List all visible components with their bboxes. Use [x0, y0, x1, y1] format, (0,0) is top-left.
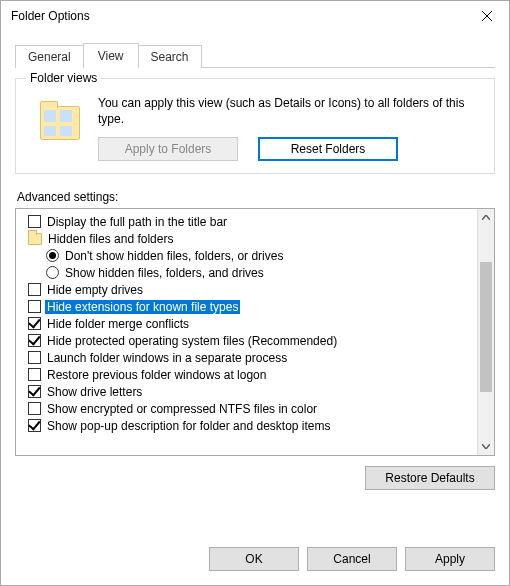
tree-item[interactable]: Show encrypted or compressed NTFS files … [28, 400, 475, 417]
tree-item-label: Hidden files and folders [46, 232, 175, 246]
checkbox[interactable] [28, 351, 41, 364]
scroll-up-button[interactable] [478, 209, 494, 226]
chevron-down-icon [482, 444, 490, 449]
close-button[interactable] [467, 2, 507, 30]
tree-item[interactable]: Restore previous folder windows at logon [28, 366, 475, 383]
tree-item-label: Launch folder windows in a separate proc… [45, 351, 289, 365]
advanced-settings-label: Advanced settings: [17, 190, 495, 204]
apply-button[interactable]: Apply [405, 547, 495, 571]
advanced-settings-tree: Display the full path in the title barHi… [15, 208, 495, 456]
scroll-track[interactable] [478, 226, 494, 438]
folder-views-group: Folder views You can apply this view (su… [15, 78, 495, 174]
checkbox[interactable] [28, 368, 41, 381]
checkbox[interactable] [28, 283, 41, 296]
checkbox[interactable] [28, 402, 41, 415]
folder-icon [28, 233, 42, 245]
view-panel: Folder views You can apply this view (su… [15, 78, 495, 537]
checkbox[interactable] [28, 317, 41, 330]
tree-item-label: Hide extensions for known file types [45, 300, 240, 314]
tree-item-label: Display the full path in the title bar [45, 215, 229, 229]
checkbox[interactable] [28, 385, 41, 398]
folder-views-desc: You can apply this view (such as Details… [98, 95, 482, 127]
tree-item[interactable]: Hidden files and folders [28, 230, 475, 247]
reset-folders-button[interactable]: Reset Folders [258, 137, 398, 161]
tree-item-label: Show drive letters [45, 385, 144, 399]
cancel-button[interactable]: Cancel [307, 547, 397, 571]
tree-item[interactable]: Launch folder windows in a separate proc… [28, 349, 475, 366]
folder-views-icon [36, 99, 84, 147]
tree-item-label: Restore previous folder windows at logon [45, 368, 268, 382]
tree-item[interactable]: Display the full path in the title bar [28, 213, 475, 230]
tree-item-label: Show encrypted or compressed NTFS files … [45, 402, 319, 416]
tree-item[interactable]: Hide extensions for known file types [28, 298, 475, 315]
checkbox[interactable] [28, 300, 41, 313]
tree-item[interactable]: Show pop-up description for folder and d… [28, 417, 475, 434]
scroll-thumb[interactable] [480, 262, 492, 392]
dialog-footer: OK Cancel Apply [1, 537, 509, 585]
titlebar: Folder Options [1, 1, 509, 31]
ok-button[interactable]: OK [209, 547, 299, 571]
tree-item[interactable]: Hide empty drives [28, 281, 475, 298]
tree-item-label: Hide empty drives [45, 283, 145, 297]
tree-item-label: Hide protected operating system files (R… [45, 334, 339, 348]
restore-defaults-button[interactable]: Restore Defaults [365, 466, 495, 490]
radio[interactable] [46, 266, 59, 279]
checkbox[interactable] [28, 419, 41, 432]
tree-item-label: Show pop-up description for folder and d… [45, 419, 333, 433]
radio[interactable] [46, 249, 59, 262]
tree-item[interactable]: Show hidden files, folders, and drives [28, 264, 475, 281]
checkbox[interactable] [28, 215, 41, 228]
tab-view[interactable]: View [83, 43, 139, 68]
tree-item[interactable]: Hide folder merge conflicts [28, 315, 475, 332]
tree-item[interactable]: Hide protected operating system files (R… [28, 332, 475, 349]
chevron-up-icon [482, 215, 490, 220]
folder-thumbnail-icon [40, 106, 80, 140]
folder-views-legend: Folder views [26, 71, 101, 85]
tab-general[interactable]: General [15, 45, 84, 68]
tree-item-label: Hide folder merge conflicts [45, 317, 191, 331]
close-icon [482, 11, 492, 21]
apply-to-folders-button: Apply to Folders [98, 137, 238, 161]
tree-item-label: Don't show hidden files, folders, or dri… [63, 249, 285, 263]
scrollbar[interactable] [477, 209, 494, 455]
window-title: Folder Options [11, 9, 467, 23]
tabstrip: General View Search [1, 31, 509, 68]
tree-content[interactable]: Display the full path in the title barHi… [16, 209, 477, 455]
tree-item[interactable]: Show drive letters [28, 383, 475, 400]
tree-item-label: Show hidden files, folders, and drives [63, 266, 266, 280]
checkbox[interactable] [28, 334, 41, 347]
tab-search[interactable]: Search [138, 45, 202, 68]
tree-item[interactable]: Don't show hidden files, folders, or dri… [28, 247, 475, 264]
scroll-down-button[interactable] [478, 438, 494, 455]
